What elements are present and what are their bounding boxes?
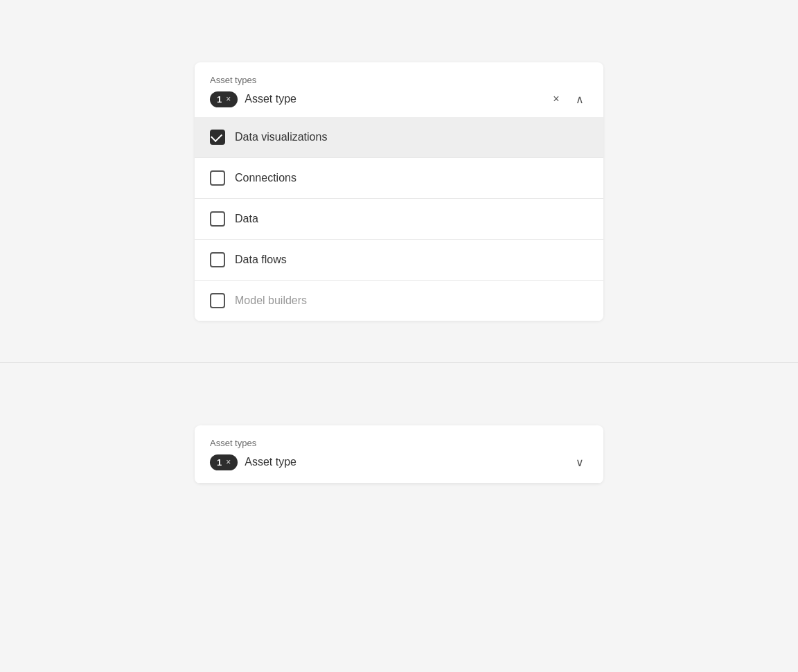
checkbox-model-builders[interactable] bbox=[210, 293, 225, 308]
filter-label-top: Asset types bbox=[210, 75, 588, 85]
item-label: Connections bbox=[235, 172, 296, 184]
filter-label-bottom: Asset types bbox=[210, 438, 588, 448]
item-label: Data flows bbox=[235, 254, 287, 266]
badge-count-collapsed: 1 bbox=[217, 457, 222, 468]
filter-row: 1 × Asset type × ∧ bbox=[210, 91, 588, 107]
checkbox-connections[interactable] bbox=[210, 170, 225, 186]
badge-clear-icon[interactable]: × bbox=[226, 94, 231, 104]
list-item[interactable]: Data visualizations bbox=[195, 117, 603, 157]
badge-collapsed[interactable]: 1 × bbox=[210, 454, 238, 470]
checkbox-data[interactable] bbox=[210, 211, 225, 227]
item-label: Model builders bbox=[235, 294, 307, 307]
checkbox-data-visualizations[interactable] bbox=[210, 130, 225, 145]
expand-icon[interactable]: ∨ bbox=[571, 454, 588, 470]
badge-count: 1 bbox=[217, 94, 222, 105]
filter-card-header: Asset types 1 × Asset type × ∧ bbox=[195, 62, 603, 117]
list-item[interactable]: Connections bbox=[195, 157, 603, 198]
asset-type-filter-open: Asset types 1 × Asset type × ∧ bbox=[195, 62, 603, 321]
badge-clear-icon-collapsed[interactable]: × bbox=[226, 457, 231, 467]
list-item[interactable]: Data bbox=[195, 198, 603, 239]
list-item[interactable]: Model builders bbox=[195, 280, 603, 321]
collapse-icon[interactable]: ∧ bbox=[571, 91, 588, 107]
asset-type-filter-collapsed: Asset types 1 × Asset type ∨ bbox=[195, 425, 603, 484]
dropdown-list: Data visualizations Connections Data Dat… bbox=[195, 117, 603, 321]
item-label: Data bbox=[235, 213, 258, 225]
filter-card-header-collapsed: Asset types 1 × Asset type ∨ bbox=[195, 425, 603, 484]
item-label: Data visualizations bbox=[235, 131, 327, 143]
header-actions-collapsed: ∨ bbox=[571, 454, 588, 470]
clear-filter-icon[interactable]: × bbox=[548, 91, 565, 107]
header-actions: × ∧ bbox=[548, 91, 588, 107]
badge[interactable]: 1 × bbox=[210, 91, 238, 107]
filter-type-label: Asset type bbox=[245, 93, 541, 105]
list-item[interactable]: Data flows bbox=[195, 239, 603, 280]
checkbox-data-flows[interactable] bbox=[210, 252, 225, 267]
filter-row-collapsed: 1 × Asset type ∨ bbox=[210, 454, 588, 470]
filter-type-label-collapsed: Asset type bbox=[245, 456, 565, 468]
